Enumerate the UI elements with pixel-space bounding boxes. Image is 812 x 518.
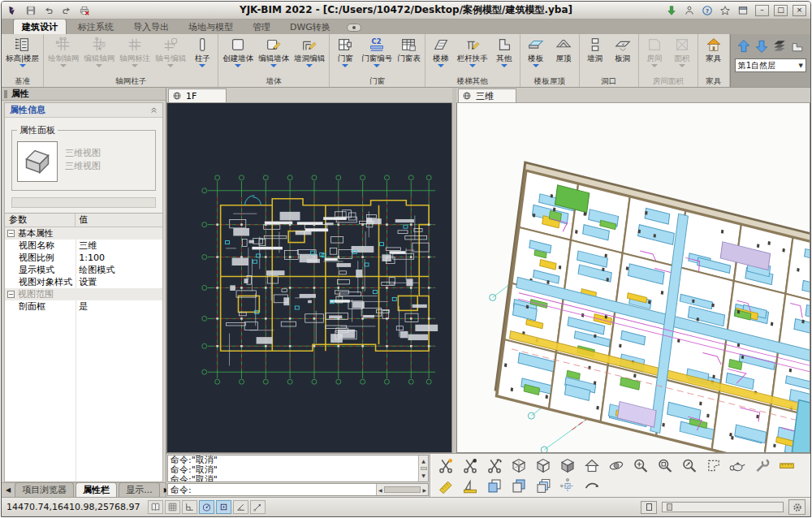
- ribbon-button-area[interactable]: 面积: [668, 35, 696, 76]
- table-row[interactable]: 剖面框是: [5, 300, 162, 313]
- layer-book-toggle[interactable]: [148, 500, 163, 514]
- home-view-icon[interactable]: [581, 456, 603, 475]
- protractor-icon[interactable]: [460, 477, 481, 495]
- panel-tab-2[interactable]: 显示...: [119, 482, 160, 497]
- table-row[interactable]: −基本属性: [5, 227, 162, 240]
- minimize-button[interactable]: –: [755, 5, 769, 16]
- cut-select-icon[interactable]: [435, 456, 456, 475]
- ribbon-button-wall-hole[interactable]: 墙洞: [581, 35, 609, 76]
- help-icon[interactable]: [700, 4, 715, 17]
- object-snap-toggle[interactable]: [216, 500, 231, 514]
- select-region-icon[interactable]: [703, 456, 724, 475]
- window-switch-icon[interactable]: [736, 4, 750, 17]
- ribbon-button-wall-edit[interactable]: 编辑墙体: [256, 35, 292, 76]
- command-input[interactable]: 命令: ◀▶: [167, 483, 429, 496]
- ribbon-collapse-button[interactable]: [347, 24, 361, 32]
- zoom-window-icon[interactable]: [654, 456, 676, 475]
- ribbon-button-slab-hole[interactable]: 板洞: [609, 35, 637, 76]
- command-history[interactable]: 命令:"取消"命令:"取消"命令:"取消" ▲▼: [167, 455, 429, 482]
- redo-icon[interactable]: [59, 4, 74, 17]
- dynamic-input-toggle[interactable]: [250, 500, 266, 514]
- restore-button[interactable]: □: [774, 5, 788, 16]
- ribbon-button-level[interactable]: 标高|楼层: [3, 35, 41, 76]
- copy-view-icon[interactable]: [484, 477, 505, 495]
- ribbon-button-window[interactable]: 门窗: [331, 35, 359, 76]
- ribbon-button-roof[interactable]: 屋顶: [550, 35, 577, 76]
- collapse-box-icon[interactable]: −: [7, 291, 15, 298]
- angle-snap-toggle[interactable]: [233, 500, 248, 514]
- menu-tab-1[interactable]: 标注系统: [70, 19, 122, 34]
- param-value[interactable]: 是: [76, 300, 162, 313]
- cube-shaded-icon[interactable]: [557, 456, 578, 475]
- render-teapot-icon[interactable]: [728, 456, 749, 475]
- floor-layers-icon[interactable]: [771, 37, 788, 55]
- ribbon-button-grid-edit[interactable]: 编辑轴网: [81, 35, 117, 76]
- properties-info-section-header[interactable]: 属性信息: [5, 103, 162, 118]
- ribbon-button-corner-edit[interactable]: 墙洞编辑: [292, 35, 327, 76]
- floor-up-icon[interactable]: [735, 37, 753, 55]
- display-mode-button[interactable]: [641, 501, 657, 514]
- copy-multi-icon[interactable]: [533, 477, 554, 495]
- ribbon-button-stair[interactable]: 楼梯: [427, 35, 455, 76]
- section-curve-icon[interactable]: [581, 477, 603, 495]
- download-arrow-icon[interactable]: [664, 4, 679, 17]
- collapse-chevron-icon[interactable]: [150, 106, 158, 114]
- floor-plan-corner-icon[interactable]: [788, 37, 806, 55]
- print-disabled-icon[interactable]: [77, 4, 92, 17]
- ribbon-button-c2[interactable]: 门窗编号: [359, 35, 395, 76]
- table-row[interactable]: 视图名称三维: [5, 240, 162, 252]
- ribbon-button-rail[interactable]: 栏杆扶手: [455, 35, 490, 76]
- copy-paste-icon[interactable]: [508, 477, 529, 495]
- settings-wrench-icon[interactable]: [752, 456, 773, 475]
- floor-selector-dropdown[interactable]: 第1自然层 ▼: [735, 58, 806, 72]
- ribbon-button-furniture[interactable]: 家具: [700, 35, 728, 76]
- cube-hidden-icon[interactable]: [533, 456, 554, 475]
- panel-tab-1[interactable]: 属性栏: [76, 482, 117, 497]
- ribbon-button-room[interactable]: 房间: [641, 35, 668, 76]
- param-value[interactable]: 三维: [76, 240, 162, 252]
- plan-canvas[interactable]: [166, 103, 452, 453]
- zoom-slider-knob[interactable]: [667, 503, 672, 511]
- table-row[interactable]: −视图范围: [5, 288, 162, 300]
- zoom-dynamic-icon[interactable]: [679, 456, 700, 475]
- ribbon-button-other[interactable]: 其他: [490, 35, 518, 76]
- cut-trim-icon[interactable]: [460, 456, 481, 475]
- view-type-button[interactable]: [17, 141, 58, 182]
- cube-wireframe-icon[interactable]: [508, 456, 529, 475]
- ribbon-button-grid-num[interactable]: 轴号编辑: [153, 35, 188, 76]
- collapse-box-icon[interactable]: −: [7, 230, 15, 237]
- tabs-scroll-left-icon[interactable]: ◀: [3, 486, 13, 494]
- viewport-tab-1f[interactable]: 1F: [168, 88, 227, 102]
- ribbon-button-grid-dim[interactable]: 轴网标注: [117, 35, 153, 76]
- cut-swap-icon[interactable]: [484, 456, 505, 475]
- axis-marker-icon[interactable]: [557, 477, 578, 495]
- ortho-toggle[interactable]: [182, 500, 197, 514]
- table-row[interactable]: 视图比例1:100: [5, 252, 162, 264]
- save-icon[interactable]: [24, 4, 38, 17]
- table-row[interactable]: 视图对象样式设置: [5, 276, 162, 288]
- ribbon-button-column[interactable]: 柱子: [188, 35, 216, 76]
- ribbon-button-grid-draw[interactable]: 绘制轴网: [45, 35, 81, 76]
- menu-tab-4[interactable]: 管理: [244, 19, 279, 34]
- zoom-slider[interactable]: [662, 502, 784, 512]
- settings-gear-button[interactable]: [788, 499, 806, 515]
- menu-tab-5[interactable]: DWG转换: [282, 19, 339, 34]
- panel-grip[interactable]: [4, 90, 7, 98]
- favorites-star-icon[interactable]: [718, 4, 732, 17]
- zoom-extents-icon[interactable]: [630, 456, 651, 475]
- table-row[interactable]: 显示模式绘图模式: [5, 264, 162, 276]
- orbit-icon[interactable]: [606, 456, 627, 475]
- vertical-scrollbar[interactable]: ▲▼: [418, 455, 428, 481]
- polar-tracking-toggle[interactable]: [199, 500, 214, 514]
- grid-display-toggle[interactable]: [165, 500, 180, 514]
- menu-tab-0[interactable]: 建筑设计: [13, 19, 67, 34]
- viewport-tab-3d[interactable]: 三维: [458, 88, 516, 102]
- horizontal-scrollbar[interactable]: ◀▶: [376, 484, 428, 495]
- panel-tab-0[interactable]: 项目浏览器: [15, 482, 74, 497]
- param-value[interactable]: 设置: [76, 276, 162, 288]
- ribbon-button-wall-new[interactable]: 创建墙体: [220, 35, 256, 76]
- ribbon-button-slab[interactable]: 楼板: [522, 35, 550, 76]
- ribbon-button-door-table[interactable]: 门窗表: [395, 35, 423, 76]
- menu-tab-2[interactable]: 导入导出: [125, 19, 177, 34]
- undo-icon[interactable]: [41, 4, 56, 17]
